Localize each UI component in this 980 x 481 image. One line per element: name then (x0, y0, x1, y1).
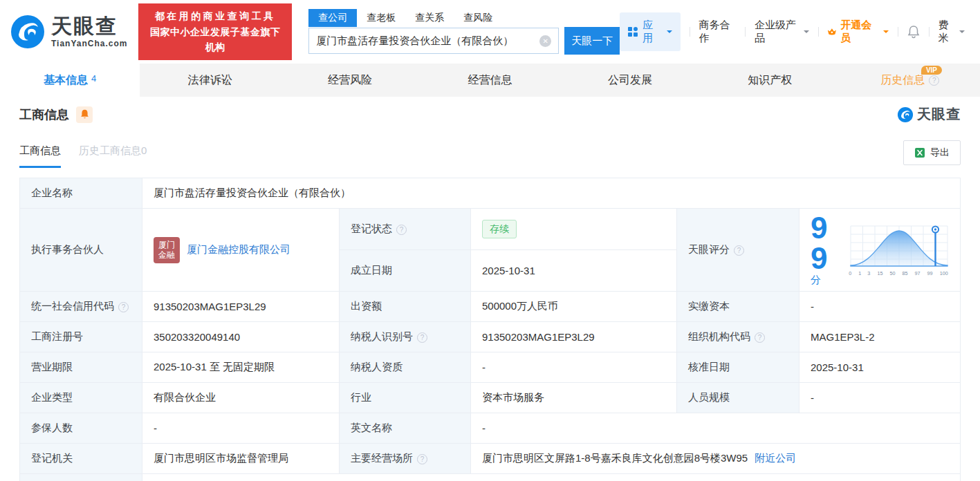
search-input[interactable] (316, 35, 539, 47)
company-type-label: 企业类型 (20, 383, 142, 413)
paid-capital-value: - (799, 292, 961, 322)
credit-code-value: 91350203MAG1EP3L29 (142, 292, 340, 322)
table-row: 登记机关 厦门市思明区市场监督管理局 主要经营场所? 厦门市思明区文屏路1-8号… (20, 444, 961, 474)
score-value: 99 (811, 211, 827, 275)
open-vip-link[interactable]: 开通会员 (827, 19, 888, 45)
logo-domain-text: TianYanCha.com (51, 39, 127, 48)
tick-label: 3 (867, 270, 870, 276)
reg-number-value: 350203320049140 (142, 322, 340, 352)
crown-icon (827, 27, 837, 37)
approval-date-label: 核准日期 (677, 352, 799, 383)
search-tab-relation[interactable]: 查关系 (405, 9, 454, 27)
slogan-line-1: 都在用的商业查询工具 (145, 8, 285, 23)
clear-search-icon[interactable]: ✕ (539, 35, 551, 47)
nearby-companies-link[interactable]: 附近公司 (755, 452, 796, 465)
open-vip-label: 开通会员 (840, 19, 876, 45)
tab-legal-litigation[interactable]: 法律诉讼 (140, 64, 279, 97)
tab-company-development[interactable]: 公司发展 (560, 64, 700, 97)
search-block: 查公司 查老板 查关系 查风险 ✕ 天眼一下 (308, 9, 620, 55)
credit-code-label: 统一社会信用代码 (31, 300, 114, 312)
subscribe-bell-icon[interactable] (76, 106, 93, 123)
slogan-banner: 都在用的商业查询工具 国家中小企业发展子基金旗下机构 (138, 3, 292, 59)
industry-value: 资本市场服务 (471, 383, 677, 413)
table-row: 参保人数 - 英文名称 - (20, 413, 961, 444)
excel-icon (914, 147, 925, 158)
tab-history-info[interactable]: VIP 历史信息 ? (840, 64, 980, 97)
enterprise-products-link[interactable]: 企业级产品 (755, 19, 809, 45)
search-tab-company[interactable]: 查公司 (308, 9, 357, 27)
tianyancha-watermark-icon (897, 106, 914, 123)
approval-date-value: 2025-10-31 (799, 352, 961, 383)
apps-label: 应用 (642, 19, 658, 45)
enterprise-products-label: 企业级产品 (755, 19, 800, 45)
tab-operation-risk[interactable]: 经营风险 (280, 64, 420, 97)
slogan-line-2: 国家中小企业发展子基金旗下机构 (145, 24, 285, 55)
tick-label: 0 (849, 270, 851, 276)
business-info-section: 工商信息 天眼查 工商信息 历史工商信息0 导出 (0, 97, 980, 481)
apps-menu-button[interactable]: 应用 (620, 12, 680, 51)
business-term-value: 2025-10-31 至 无固定期限 (142, 352, 340, 383)
tab-basic-info[interactable]: 基本信息 4 (0, 64, 140, 97)
reg-authority-label: 登记机关 (20, 444, 142, 474)
business-address-label: 主要经营场所 (351, 452, 413, 464)
search-tab-risk[interactable]: 查风险 (454, 9, 502, 27)
tianyancha-logo[interactable]: 天眼查 TianYanCha.com (10, 14, 127, 50)
business-cooperation-link[interactable]: 商务合作 (699, 19, 736, 45)
help-icon[interactable]: ? (929, 75, 939, 86)
vip-badge: VIP (921, 66, 942, 75)
establish-date-value: 2025-10-31 (471, 250, 677, 292)
chevron-down-icon (959, 30, 965, 36)
notifications-bell-icon[interactable] (907, 25, 920, 39)
reg-status-label: 登记状态 (351, 223, 392, 234)
export-button[interactable]: 导出 (903, 140, 961, 165)
company-type-value: 有限合伙企业 (142, 383, 340, 413)
divider (929, 27, 930, 37)
export-label: 导出 (930, 147, 950, 159)
help-icon[interactable]: ? (417, 454, 427, 464)
table-row: 营业期限 2025-10-31 至 无固定期限 纳税人资质 - 核准日期 202… (20, 352, 961, 383)
tab-operation-info[interactable]: 经营信息 (420, 64, 560, 97)
site-header: 天眼查 TianYanCha.com 都在用的商业查询工具 国家中小企业发展子基… (0, 0, 980, 64)
partner-company-link[interactable]: 厦门金融控股有限公司 (187, 243, 290, 256)
company-name-value: 厦门市盘活存量投资合伙企业（有限合伙） (142, 178, 961, 209)
business-term-label: 营业期限 (20, 352, 142, 383)
taxpayer-id-label: 纳税人识别号 (351, 330, 413, 342)
watermark-text: 天眼查 (917, 105, 961, 124)
help-icon[interactable]: ? (417, 332, 427, 343)
tianyancha-logo-icon (10, 14, 46, 50)
subtab-history-business-info[interactable]: 历史工商信息0 (79, 144, 147, 168)
tick-label: 85 (902, 270, 907, 276)
table-row: 执行事务合伙人 厦门 金融 厦门金融控股有限公司 登记状态? 存续 (20, 209, 961, 250)
tab-basic-info-count: 4 (91, 73, 96, 84)
tick-label: 50 (889, 270, 895, 276)
tyc-score-label: 天眼评分 (688, 243, 730, 255)
business-scope-value: 一般项目：以自有资金从事投资活动。（除依法须经批准的项目外，凭营业执照依法自主开… (142, 474, 961, 481)
staff-size-label: 人员规模 (677, 383, 799, 413)
tab-intellectual-property[interactable]: 知识产权 (700, 64, 840, 97)
help-icon[interactable]: ? (396, 225, 407, 235)
reg-authority-value: 厦门市思明区市场监督管理局 (142, 444, 340, 474)
search-input-wrap: ✕ (308, 28, 559, 54)
divider (690, 27, 690, 37)
search-tab-boss[interactable]: 查老板 (357, 9, 405, 27)
search-button[interactable]: 天眼一下 (564, 27, 620, 55)
divider (898, 27, 898, 37)
company-nav-tabs: 基本信息 4 法律诉讼 经营风险 经营信息 公司发展 知识产权 VIP 历史信息… (0, 64, 980, 97)
subtab-business-info[interactable]: 工商信息 (19, 144, 61, 168)
table-row: 统一社会信用代码? 91350203MAG1EP3L29 出资额 500000万… (20, 292, 961, 322)
establish-date-label: 成立日期 (340, 250, 471, 292)
user-menu[interactable]: 费米 (939, 19, 965, 45)
tab-basic-info-label: 基本信息 (44, 73, 88, 88)
username-label: 费米 (939, 19, 956, 45)
org-code-label: 组织机构代码 (688, 330, 750, 342)
help-icon[interactable]: ? (734, 245, 744, 256)
industry-label: 行业 (340, 383, 471, 413)
english-name-value: - (471, 413, 961, 444)
company-name-label: 企业名称 (20, 178, 142, 209)
score-chart-ticks: 0131550859799100 (849, 270, 948, 276)
help-icon[interactable]: ? (118, 302, 129, 312)
table-row: 企业名称 厦门市盘活存量投资合伙企业（有限合伙） (20, 178, 961, 209)
english-name-label: 英文名称 (340, 413, 471, 444)
header-menu: 应用 商务合作 企业级产品 开通会员 费米 (620, 12, 965, 51)
help-icon[interactable]: ? (755, 332, 765, 343)
